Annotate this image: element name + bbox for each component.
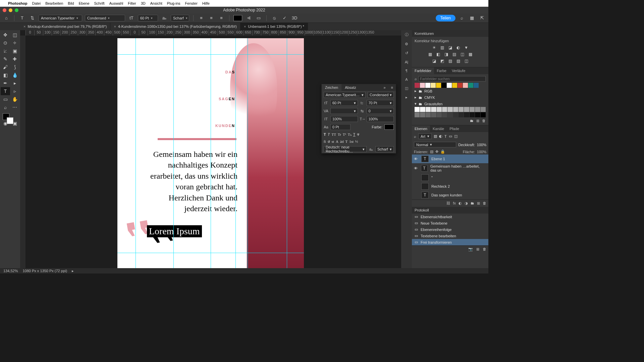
panel-font-family[interactable]: American Typewrit…▾ [324, 92, 366, 98]
menu-plugins[interactable]: Plug-ins [167, 1, 180, 5]
menu-schrift[interactable]: Schrift [94, 1, 105, 5]
history-item[interactable]: ▭Ebenenreihenfolge [412, 226, 488, 233]
actions-icon[interactable]: ▸ [406, 95, 408, 100]
char-icon[interactable]: A| [405, 60, 408, 64]
canvas[interactable]: 0501001502002503003504004505005500501001… [20, 30, 401, 268]
doc-info[interactable]: 1080 Px x 1350 Px (72 ppi) [22, 269, 67, 273]
blend-mode-select[interactable]: Normal▾ [414, 142, 456, 147]
eyedropper-tool-icon[interactable]: ✎ [1, 55, 10, 63]
artboard-tool-icon[interactable]: ◫ [10, 31, 19, 39]
text-color-swatch[interactable] [233, 15, 242, 21]
align-left-icon[interactable]: ≡ [198, 14, 205, 22]
panel-vscale[interactable]: 100% [330, 116, 358, 122]
lock-position-icon[interactable]: ✥ [435, 149, 438, 154]
swatch[interactable] [463, 83, 468, 88]
hand-tool-icon[interactable]: ✋ [10, 95, 19, 103]
filter-smart-icon[interactable]: ◫ [454, 134, 458, 138]
lock-pixels-icon[interactable]: ▧ [430, 149, 433, 154]
layer-row[interactable]: TDas sagen kunden [412, 191, 488, 199]
doc-tab[interactable]: ×Mockup-Kundenstimme.psd bei 79,7% (RGB/… [20, 23, 110, 30]
swatch-folder[interactable]: ▸🖿RGB [415, 88, 486, 94]
document[interactable]: DAS SAGEN KUNDEN Gemeinsam haben wir ein… [117, 38, 304, 268]
crop-tool-icon[interactable]: ⟀ [1, 47, 10, 55]
swatch[interactable] [431, 83, 436, 88]
guide[interactable] [287, 38, 287, 268]
traffic-lights[interactable] [3, 8, 18, 12]
delete-layer-icon[interactable]: 🗑 [483, 201, 486, 205]
tab-verlaufe[interactable]: Verläufe [449, 67, 468, 74]
close-tab-icon[interactable]: × [244, 24, 246, 28]
filter-pixlayer-icon[interactable]: ▧ [434, 134, 437, 138]
swatch[interactable] [458, 83, 463, 88]
guide[interactable] [117, 253, 304, 253]
menu-3d[interactable]: 3D [141, 1, 146, 5]
history-item[interactable]: ▭Frei transformieren [412, 239, 488, 245]
menu-auswahl[interactable]: Auswahl [109, 1, 123, 5]
gray-swatches[interactable] [415, 107, 486, 117]
filter-type-icon[interactable]: T [444, 134, 447, 138]
path-select-icon[interactable]: ▸ [10, 79, 19, 87]
align-center-icon[interactable]: ≡ [208, 14, 215, 22]
filter-adjust-icon[interactable]: ◐ [439, 134, 442, 138]
blur-tool-icon[interactable]: 💧 [10, 71, 19, 79]
history-item[interactable]: ▭Ebenensichtbarkeit [412, 214, 488, 220]
new-doc-icon[interactable]: ⊞ [476, 247, 479, 251]
fill-value[interactable]: 100% [477, 150, 486, 154]
character-panel[interactable]: Zeichen Absatz » ≡ American Typewrit…▾ C… [321, 84, 396, 154]
info-icon[interactable]: ⓘ [405, 32, 409, 37]
export-icon[interactable]: ⇱ [478, 14, 486, 22]
new-folder-icon[interactable]: 🖿 [470, 119, 474, 123]
cancel-icon[interactable]: ⦸ [271, 14, 278, 22]
panel-menu-icon[interactable]: ≡ [388, 84, 396, 91]
visibility-icon[interactable]: 👁 [414, 166, 418, 170]
panel-language[interactable]: Deutsch: neue Rechtschreibu…▾ [324, 146, 367, 152]
wand-tool-icon[interactable]: ✧ [10, 39, 19, 47]
tab-farbfelder[interactable]: Farbfelder [412, 67, 434, 74]
layer-filter-select[interactable]: Art▾ [418, 133, 432, 139]
layers-list[interactable]: 👁TEbene 1👁TGemeinsam haben …arbeitet, da… [412, 155, 488, 199]
pen-tool-icon[interactable]: ✒ [1, 79, 10, 87]
menu-ansicht[interactable]: Ansicht [150, 1, 162, 5]
mac-menubar[interactable]: Photoshop Datei Bearbeiten Bild Ebene Sc… [0, 0, 488, 7]
guide[interactable] [173, 38, 174, 268]
swatch[interactable] [436, 83, 441, 88]
adjustment-icons-row[interactable]: ☀▥◪◐▼ [415, 45, 486, 50]
history-item[interactable]: ▭Textebene bearbeiten [412, 233, 488, 239]
guide[interactable] [117, 54, 304, 55]
font-size-select[interactable]: 60 Pt▾ [138, 15, 158, 21]
menu-ebene[interactable]: Ebene [79, 1, 90, 5]
zoom-tool-icon[interactable]: ⌕ [1, 103, 10, 111]
fg-bg-swatch[interactable] [1, 113, 19, 125]
active-text-edit[interactable]: Lorem Ipsum [147, 225, 202, 237]
fx-icon[interactable]: fx [453, 201, 456, 205]
menu-filter[interactable]: Filter [128, 1, 136, 5]
ruler-vertical[interactable] [20, 36, 25, 268]
zoom-level[interactable]: 134,52% [3, 269, 18, 273]
tab-absatz[interactable]: Absatz [341, 84, 360, 91]
styles-icon[interactable]: ◫ [405, 86, 408, 90]
home-icon[interactable]: ⌂ [3, 14, 10, 22]
panel-leading[interactable]: 70 Pt▾ [367, 100, 394, 106]
swatch[interactable] [420, 83, 425, 88]
guide[interactable] [136, 38, 136, 268]
type-tool-icon[interactable]: T [18, 14, 26, 22]
menu-fenster[interactable]: Fenster [185, 1, 198, 5]
swatch[interactable] [468, 83, 473, 88]
panel-antialias[interactable]: Scharf▾ [375, 146, 394, 152]
panel-baseline[interactable]: 0 Pt [330, 124, 351, 130]
options-icon[interactable]: ⋯ [10, 103, 19, 111]
history-icon[interactable]: ↺ [405, 51, 408, 55]
filter-shape-icon[interactable]: ▭ [449, 134, 452, 138]
history-item[interactable]: ▭Neue Textebene [412, 220, 488, 226]
tab-farbe[interactable]: Farbe [434, 67, 449, 74]
doc-tab[interactable]: ×4-Kundenstimme-1080x1350.psd bei 137% (… [110, 23, 240, 30]
character-panel-icon[interactable]: ▭ [255, 14, 262, 22]
tab-zeichen[interactable]: Zeichen [322, 84, 341, 91]
adjustment-icons-row[interactable]: ◪◩▨▧◫ [415, 58, 486, 64]
move-tool-icon[interactable]: ✥ [1, 31, 10, 39]
swatch[interactable] [415, 83, 420, 88]
gradient-tool-icon[interactable]: ◧ [1, 71, 10, 79]
menu-bearbeiten[interactable]: Bearbeiten [45, 1, 63, 5]
panel-hscale[interactable]: 100% [367, 116, 394, 122]
trash-icon[interactable]: 🗑 [482, 119, 486, 123]
